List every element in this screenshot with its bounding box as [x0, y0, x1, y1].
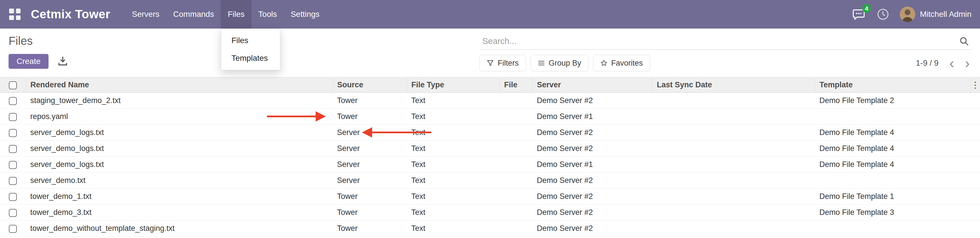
cell-kebab-spacer — [970, 205, 980, 221]
cell-kebab-spacer — [970, 141, 980, 157]
column-header-file-type[interactable]: File Type — [407, 77, 500, 93]
cell-file-type: Text — [407, 109, 500, 125]
group-by-icon — [538, 59, 545, 67]
dropdown-item-files[interactable]: Files — [221, 32, 280, 49]
row-checkbox[interactable] — [9, 145, 17, 153]
group-by-button[interactable]: Group By — [531, 55, 589, 71]
cell-file — [500, 109, 532, 125]
cell-server: Demo Server #2 — [532, 93, 652, 109]
user-avatar — [900, 6, 915, 22]
cell-file — [500, 205, 532, 221]
menu-tools[interactable]: Tools — [251, 0, 284, 29]
cell-rendered-name: repos.yaml — [26, 109, 332, 125]
column-header-last-sync-date[interactable]: Last Sync Date — [652, 77, 815, 93]
menu-commands[interactable]: Commands — [166, 0, 221, 29]
table-row[interactable]: repos.yaml Tower Text Demo Server #1 — [0, 109, 980, 125]
favorites-button[interactable]: Favorites — [593, 55, 650, 71]
menu-files-label: Files — [228, 10, 245, 19]
column-header-file[interactable]: File — [500, 77, 532, 93]
cell-rendered-name: tower_demo_1.txt — [26, 189, 332, 205]
avatar-image — [900, 6, 915, 22]
optional-columns-icon[interactable]: ⋮ — [970, 77, 980, 93]
apps-grid-square — [9, 9, 14, 13]
table-row[interactable]: server_demo_logs.txt Server Text Demo Se… — [0, 157, 980, 173]
column-header-source[interactable]: Source — [332, 77, 407, 93]
apps-grid-icon[interactable] — [9, 8, 21, 21]
row-checkbox[interactable] — [9, 97, 17, 105]
menu-files[interactable]: Files Files Templates — [221, 0, 251, 29]
table-header-row: Rendered Name Source File Type File Serv… — [0, 77, 980, 93]
cell-template: Demo File Template 2 — [815, 93, 970, 109]
row-checkbox[interactable] — [9, 209, 17, 217]
menu-servers[interactable]: Servers — [125, 0, 166, 29]
cell-file — [500, 189, 532, 205]
search-input[interactable] — [482, 36, 955, 46]
cell-source: Server — [332, 173, 407, 189]
row-checkbox[interactable] — [9, 177, 17, 185]
messages-icon[interactable]: 4 — [853, 8, 866, 21]
column-header-rendered-name[interactable]: Rendered Name — [26, 77, 332, 93]
create-button[interactable]: Create — [9, 54, 49, 69]
table-row[interactable]: server_demo_logs.txt Server Text Demo Se… — [0, 125, 980, 141]
table-row[interactable]: tower_demo_3.txt Tower Text Demo Server … — [0, 205, 980, 221]
apps-grid-square — [16, 16, 21, 20]
top-navbar: Cetmix Tower Servers Commands Files File… — [0, 0, 980, 29]
pager-range: 1-9 / 9 — [916, 59, 938, 68]
cell-kebab-spacer — [970, 221, 980, 236]
pager-prev-icon[interactable]: ‹ — [950, 57, 954, 69]
filters-button[interactable]: Filters — [479, 55, 526, 71]
row-checkbox-cell — [0, 189, 26, 205]
cell-source: Tower — [332, 109, 407, 125]
user-name: Mitchell Admin — [920, 10, 971, 19]
cell-file — [500, 221, 532, 236]
funnel-icon — [487, 59, 494, 67]
export-button[interactable] — [57, 56, 68, 67]
cell-file-type: Text — [407, 93, 500, 109]
cell-file-type: Text — [407, 173, 500, 189]
user-menu[interactable]: Mitchell Admin — [900, 6, 971, 22]
pager-next-icon[interactable]: › — [965, 57, 970, 69]
row-checkbox[interactable] — [9, 193, 17, 201]
files-dropdown-menu: Files Templates — [221, 29, 280, 70]
cell-file-type: Text — [407, 141, 500, 157]
cell-kebab-spacer — [970, 157, 980, 173]
search-icon[interactable] — [959, 36, 969, 46]
cell-file — [500, 157, 532, 173]
row-checkbox[interactable] — [9, 161, 17, 169]
row-checkbox[interactable] — [9, 129, 17, 137]
download-icon — [57, 56, 68, 67]
cell-kebab-spacer — [970, 125, 980, 141]
row-checkbox[interactable] — [9, 225, 17, 233]
column-header-server[interactable]: Server — [532, 77, 652, 93]
menu-settings[interactable]: Settings — [284, 0, 326, 29]
cell-file — [500, 173, 532, 189]
cell-rendered-name: server_demo_logs.txt — [26, 141, 332, 157]
control-panel: Files Create — [0, 29, 980, 77]
cell-source: Tower — [332, 221, 407, 236]
clock-icon — [877, 8, 889, 20]
column-header-template[interactable]: Template — [815, 77, 970, 93]
table-row[interactable]: server_demo.txt Server Text Demo Server … — [0, 173, 980, 189]
cell-last-sync-date — [652, 221, 815, 236]
app-brand[interactable]: Cetmix Tower — [31, 0, 110, 29]
search-box — [479, 34, 971, 50]
action-buttons: Create — [9, 53, 68, 70]
cell-rendered-name: tower_demo_without_template_staging.txt — [26, 221, 332, 236]
select-all-checkbox[interactable] — [9, 81, 17, 89]
cell-file-type: Text — [407, 125, 500, 141]
table-row[interactable]: staging_tower_demo_2.txt Tower Text Demo… — [0, 93, 980, 109]
cell-source: Server — [332, 157, 407, 173]
dropdown-item-templates[interactable]: Templates — [221, 49, 280, 67]
table-row[interactable]: tower_demo_without_template_staging.txt … — [0, 221, 980, 236]
cell-template — [815, 173, 970, 189]
row-checkbox[interactable] — [9, 113, 17, 121]
apps-grid-square — [9, 16, 14, 20]
main-menu: Servers Commands Files Files Templates T… — [125, 0, 326, 29]
cell-rendered-name: server_demo_logs.txt — [26, 157, 332, 173]
activity-clock-icon[interactable] — [877, 8, 889, 20]
magnifier-icon — [959, 36, 969, 46]
table-row[interactable]: server_demo_logs.txt Server Text Demo Se… — [0, 141, 980, 157]
cell-file-type: Text — [407, 189, 500, 205]
table-row[interactable]: tower_demo_1.txt Tower Text Demo Server … — [0, 189, 980, 205]
cell-server: Demo Server #2 — [532, 141, 652, 157]
